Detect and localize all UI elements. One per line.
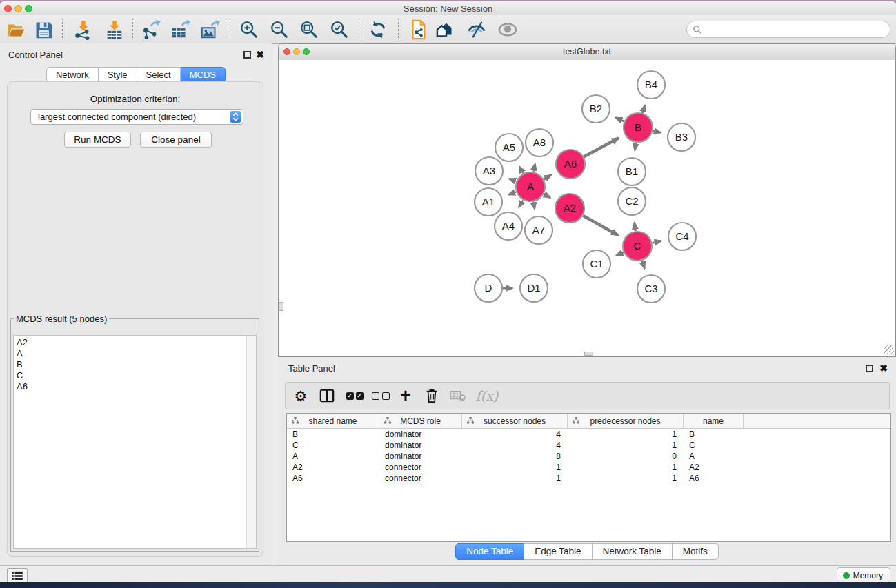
edge-A-A3[interactable] bbox=[509, 179, 517, 181]
cell-shared-name[interactable]: A6 bbox=[287, 473, 379, 484]
show-task-history-button[interactable] bbox=[7, 568, 28, 583]
window-resize-grip[interactable] bbox=[884, 345, 894, 355]
cell-successor-nodes[interactable]: 4 bbox=[462, 429, 568, 440]
node-B1[interactable]: B1 bbox=[618, 158, 646, 185]
cell-name[interactable]: A bbox=[684, 451, 744, 462]
mcds-result-item[interactable]: B bbox=[14, 359, 246, 370]
zoom-out-icon[interactable] bbox=[267, 17, 292, 41]
column-header-shared-name[interactable]: shared name bbox=[287, 414, 379, 428]
cell-name[interactable]: A2 bbox=[684, 462, 744, 473]
table-row[interactable]: A2connector11A2 bbox=[287, 462, 890, 473]
node-A[interactable]: A bbox=[516, 172, 545, 201]
node-B4[interactable]: B4 bbox=[637, 71, 665, 99]
close-panel-button[interactable]: Close panel bbox=[140, 132, 212, 148]
edge-A-A5[interactable] bbox=[519, 166, 524, 173]
column-header-successor-nodes[interactable]: successor nodes bbox=[462, 414, 568, 428]
column-header-predecessor-nodes[interactable]: predecessor nodes bbox=[568, 414, 684, 428]
table-row[interactable]: Adominator80A bbox=[287, 451, 890, 462]
edge-C-C3[interactable] bbox=[642, 261, 645, 269]
node-C4[interactable]: C4 bbox=[668, 223, 696, 250]
edge-B-B4[interactable] bbox=[642, 105, 644, 113]
node-C1[interactable]: C1 bbox=[583, 250, 610, 278]
network-graph[interactable]: B4B2BB3A8A5A6B1A3AA1C2A2A4A7CC4C1C3DD1 bbox=[279, 60, 895, 356]
save-session-icon[interactable] bbox=[31, 17, 56, 41]
show-hide-panel-icon[interactable] bbox=[464, 17, 489, 41]
export-network-icon[interactable] bbox=[138, 17, 163, 41]
import-network-icon[interactable] bbox=[70, 17, 95, 41]
tab-select[interactable]: Select bbox=[137, 67, 181, 83]
mcds-result-item[interactable]: A2 bbox=[14, 337, 246, 348]
unselect-all-columns-icon[interactable] bbox=[370, 385, 392, 406]
delete-columns-trash-icon[interactable] bbox=[421, 385, 443, 406]
cell-successor-nodes[interactable]: 1 bbox=[462, 462, 568, 473]
mcds-result-item[interactable]: C bbox=[14, 370, 246, 381]
node-A2[interactable]: A2 bbox=[555, 194, 584, 223]
node-B[interactable]: B bbox=[624, 113, 653, 142]
memory-button[interactable]: Memory bbox=[837, 567, 890, 583]
graphics-details-eye-icon[interactable] bbox=[495, 17, 520, 41]
edge-A-A2[interactable] bbox=[544, 194, 550, 198]
tab-edge-table[interactable]: Edge Table bbox=[524, 543, 592, 560]
close-table-panel-icon[interactable]: ✖ bbox=[879, 363, 888, 374]
float-panel-icon[interactable] bbox=[243, 51, 251, 59]
network-canvas[interactable]: B4B2BB3A8A5A6B1A3AA1C2A2A4A7CC4C1C3DD1 bbox=[279, 60, 895, 356]
run-mcds-button[interactable]: Run MCDS bbox=[64, 132, 131, 148]
mcds-result-scrollbar[interactable] bbox=[246, 336, 256, 548]
cell-successor-nodes[interactable]: 1 bbox=[462, 473, 568, 484]
float-table-panel-icon[interactable] bbox=[866, 365, 873, 372]
edge-A6-B[interactable] bbox=[584, 138, 619, 156]
node-A5[interactable]: A5 bbox=[495, 134, 523, 161]
tab-mcds[interactable]: MCDS bbox=[181, 67, 226, 83]
cell-predecessor-nodes[interactable]: 1 bbox=[568, 440, 684, 451]
node-C[interactable]: C bbox=[623, 232, 652, 261]
table-options-gear-icon[interactable]: ⚙ bbox=[290, 385, 312, 406]
zoom-in-icon[interactable] bbox=[237, 17, 261, 41]
zoom-selected-icon[interactable] bbox=[327, 17, 352, 41]
home-networks-icon[interactable] bbox=[434, 17, 459, 41]
search-input[interactable] bbox=[702, 23, 884, 37]
open-file-icon[interactable] bbox=[3, 17, 28, 41]
edge-B-B1[interactable] bbox=[635, 143, 636, 151]
cell-shared-name[interactable]: A2 bbox=[287, 462, 379, 473]
cell-MCDS-role[interactable]: dominator bbox=[379, 451, 462, 462]
edge-A-A8[interactable] bbox=[533, 163, 535, 172]
node-C3[interactable]: C3 bbox=[637, 275, 665, 303]
mcds-result-item[interactable]: A6 bbox=[14, 381, 246, 392]
edge-A-A6[interactable] bbox=[544, 175, 551, 179]
node-A4[interactable]: A4 bbox=[495, 212, 522, 240]
cell-MCDS-role[interactable]: dominator bbox=[379, 440, 462, 451]
edge-A2-C[interactable] bbox=[583, 216, 618, 236]
edge-A-A1[interactable] bbox=[508, 192, 516, 194]
cell-MCDS-role[interactable]: connector bbox=[379, 473, 462, 484]
criterion-dropdown[interactable]: largest connected component (directed) bbox=[30, 109, 243, 125]
tab-motifs[interactable]: Motifs bbox=[673, 543, 719, 560]
canvas-left-handle[interactable] bbox=[279, 302, 283, 311]
export-table-icon[interactable] bbox=[168, 17, 192, 41]
table-row[interactable]: Bdominator41B bbox=[287, 429, 890, 440]
table-row[interactable]: Cdominator41C bbox=[287, 440, 890, 451]
table-row[interactable]: A6connector11A6 bbox=[287, 473, 890, 484]
edge-C-C4[interactable] bbox=[653, 241, 661, 243]
node-A7[interactable]: A7 bbox=[525, 216, 552, 244]
cell-shared-name[interactable]: B bbox=[287, 429, 379, 440]
zoom-fit-icon[interactable] bbox=[297, 17, 321, 41]
edge-C-C2[interactable] bbox=[635, 223, 636, 231]
cell-MCDS-role[interactable]: connector bbox=[379, 462, 462, 473]
cell-name[interactable]: B bbox=[684, 429, 744, 440]
edge-A-A4[interactable] bbox=[519, 200, 523, 207]
node-A3[interactable]: A3 bbox=[475, 157, 503, 185]
refresh-icon[interactable] bbox=[366, 17, 390, 41]
cell-name[interactable]: C bbox=[684, 440, 744, 451]
node-D[interactable]: D bbox=[475, 274, 502, 302]
close-panel-icon[interactable]: ✖ bbox=[256, 49, 264, 60]
canvas-bottom-handle[interactable] bbox=[584, 352, 593, 356]
cell-successor-nodes[interactable]: 4 bbox=[462, 440, 568, 451]
cell-MCDS-role[interactable]: dominator bbox=[379, 429, 462, 440]
tab-node-table[interactable]: Node Table bbox=[455, 543, 524, 560]
select-all-columns-icon[interactable]: ✓✓ bbox=[344, 385, 366, 406]
export-image-icon[interactable] bbox=[197, 17, 222, 41]
edge-C-C1[interactable] bbox=[616, 252, 624, 256]
node-B3[interactable]: B3 bbox=[668, 123, 695, 151]
node-A6[interactable]: A6 bbox=[556, 150, 585, 179]
mcds-result-item[interactable]: A bbox=[14, 348, 246, 359]
